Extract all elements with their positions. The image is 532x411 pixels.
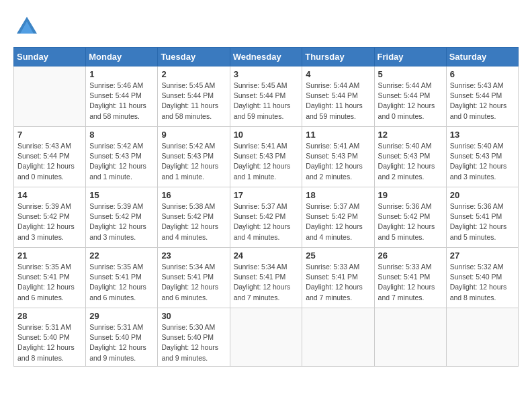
- day-info: Sunrise: 5:39 AMSunset: 5:42 PMDaylight:…: [17, 201, 82, 242]
- calendar-cell: [302, 308, 374, 367]
- day-number: 7: [17, 130, 82, 140]
- day-number: 2: [161, 69, 226, 79]
- day-info: Sunrise: 5:32 AMSunset: 5:40 PMDaylight:…: [450, 262, 515, 303]
- calendar-cell: 26Sunrise: 5:33 AMSunset: 5:41 PMDayligh…: [374, 248, 446, 308]
- day-info: Sunrise: 5:41 AMSunset: 5:43 PMDaylight:…: [306, 141, 370, 182]
- day-info: Sunrise: 5:38 AMSunset: 5:42 PMDaylight:…: [161, 201, 226, 242]
- day-number: 30: [161, 311, 226, 321]
- day-number: 12: [378, 130, 443, 140]
- calendar-cell: 11Sunrise: 5:41 AMSunset: 5:43 PMDayligh…: [302, 127, 374, 187]
- calendar-cell: 28Sunrise: 5:31 AMSunset: 5:40 PMDayligh…: [14, 308, 86, 367]
- calendar-cell: 6Sunrise: 5:43 AMSunset: 5:44 PMDaylight…: [446, 66, 518, 127]
- day-info: Sunrise: 5:45 AMSunset: 5:44 PMDaylight:…: [161, 81, 226, 122]
- day-number: 23: [161, 250, 226, 261]
- day-number: 28: [17, 311, 82, 321]
- calendar-cell: 25Sunrise: 5:33 AMSunset: 5:41 PMDayligh…: [302, 248, 374, 308]
- calendar-cell: 30Sunrise: 5:30 AMSunset: 5:40 PMDayligh…: [158, 308, 230, 367]
- column-header-sunday: Sunday: [14, 48, 86, 66]
- day-info: Sunrise: 5:37 AMSunset: 5:42 PMDaylight:…: [306, 201, 370, 242]
- calendar-cell: [230, 308, 302, 367]
- day-number: 29: [89, 311, 154, 321]
- calendar-cell: 22Sunrise: 5:35 AMSunset: 5:41 PMDayligh…: [86, 248, 158, 308]
- calendar-cell: 16Sunrise: 5:38 AMSunset: 5:42 PMDayligh…: [158, 187, 230, 248]
- calendar-cell: 23Sunrise: 5:34 AMSunset: 5:41 PMDayligh…: [158, 248, 230, 308]
- calendar-cell: 19Sunrise: 5:36 AMSunset: 5:42 PMDayligh…: [374, 187, 446, 248]
- calendar-cell: [374, 308, 446, 367]
- day-info: Sunrise: 5:40 AMSunset: 5:43 PMDaylight:…: [450, 141, 515, 182]
- calendar-week-row: 21Sunrise: 5:35 AMSunset: 5:41 PMDayligh…: [14, 248, 519, 308]
- day-info: Sunrise: 5:35 AMSunset: 5:41 PMDaylight:…: [89, 262, 154, 303]
- calendar-cell: 8Sunrise: 5:42 AMSunset: 5:43 PMDaylight…: [86, 127, 158, 187]
- day-number: 16: [161, 190, 226, 200]
- calendar-cell: 29Sunrise: 5:31 AMSunset: 5:40 PMDayligh…: [86, 308, 158, 367]
- day-info: Sunrise: 5:31 AMSunset: 5:40 PMDaylight:…: [17, 322, 82, 363]
- calendar-cell: 20Sunrise: 5:36 AMSunset: 5:41 PMDayligh…: [446, 187, 518, 248]
- day-number: 11: [306, 130, 370, 140]
- day-info: Sunrise: 5:34 AMSunset: 5:41 PMDaylight:…: [234, 262, 299, 303]
- day-number: 6: [450, 69, 515, 79]
- day-info: Sunrise: 5:36 AMSunset: 5:42 PMDaylight:…: [378, 201, 443, 242]
- day-info: Sunrise: 5:46 AMSunset: 5:44 PMDaylight:…: [89, 81, 154, 122]
- day-info: Sunrise: 5:34 AMSunset: 5:41 PMDaylight:…: [161, 262, 226, 303]
- calendar-cell: 10Sunrise: 5:41 AMSunset: 5:43 PMDayligh…: [230, 127, 302, 187]
- day-number: 3: [234, 69, 299, 79]
- day-info: Sunrise: 5:31 AMSunset: 5:40 PMDaylight:…: [89, 322, 154, 363]
- day-info: Sunrise: 5:33 AMSunset: 5:41 PMDaylight:…: [378, 262, 443, 303]
- day-info: Sunrise: 5:37 AMSunset: 5:42 PMDaylight:…: [234, 201, 299, 242]
- calendar-cell: [446, 308, 518, 367]
- calendar-cell: 21Sunrise: 5:35 AMSunset: 5:41 PMDayligh…: [14, 248, 86, 308]
- day-info: Sunrise: 5:36 AMSunset: 5:41 PMDaylight:…: [450, 201, 515, 242]
- column-header-thursday: Thursday: [302, 48, 374, 66]
- calendar-cell: 1Sunrise: 5:46 AMSunset: 5:44 PMDaylight…: [86, 66, 158, 127]
- day-number: 9: [161, 130, 226, 140]
- calendar-cell: 18Sunrise: 5:37 AMSunset: 5:42 PMDayligh…: [302, 187, 374, 248]
- column-header-tuesday: Tuesday: [158, 48, 230, 66]
- page-header: [13, 13, 519, 40]
- day-info: Sunrise: 5:30 AMSunset: 5:40 PMDaylight:…: [161, 322, 226, 363]
- day-info: Sunrise: 5:33 AMSunset: 5:41 PMDaylight:…: [306, 262, 370, 303]
- logo: [13, 13, 43, 40]
- day-number: 8: [89, 130, 154, 140]
- day-info: Sunrise: 5:44 AMSunset: 5:44 PMDaylight:…: [378, 81, 443, 122]
- day-number: 17: [234, 190, 299, 200]
- calendar-week-row: 28Sunrise: 5:31 AMSunset: 5:40 PMDayligh…: [14, 308, 519, 367]
- day-number: 20: [450, 190, 515, 200]
- calendar-cell: 17Sunrise: 5:37 AMSunset: 5:42 PMDayligh…: [230, 187, 302, 248]
- calendar-cell: 14Sunrise: 5:39 AMSunset: 5:42 PMDayligh…: [14, 187, 86, 248]
- calendar-cell: 27Sunrise: 5:32 AMSunset: 5:40 PMDayligh…: [446, 248, 518, 308]
- day-number: 25: [306, 250, 370, 261]
- calendar-cell: 9Sunrise: 5:42 AMSunset: 5:43 PMDaylight…: [158, 127, 230, 187]
- day-number: 27: [450, 250, 515, 261]
- column-header-wednesday: Wednesday: [230, 48, 302, 66]
- day-number: 4: [306, 69, 370, 79]
- calendar-cell: 4Sunrise: 5:44 AMSunset: 5:44 PMDaylight…: [302, 66, 374, 127]
- day-number: 14: [17, 190, 82, 200]
- day-number: 5: [378, 69, 443, 79]
- column-header-saturday: Saturday: [446, 48, 518, 66]
- day-number: 13: [450, 130, 515, 140]
- day-info: Sunrise: 5:43 AMSunset: 5:44 PMDaylight:…: [450, 81, 515, 122]
- day-number: 26: [378, 250, 443, 261]
- day-info: Sunrise: 5:40 AMSunset: 5:43 PMDaylight:…: [378, 141, 443, 182]
- day-info: Sunrise: 5:42 AMSunset: 5:43 PMDaylight:…: [89, 141, 154, 182]
- column-header-monday: Monday: [86, 48, 158, 66]
- day-number: 24: [234, 250, 299, 261]
- calendar-cell: 13Sunrise: 5:40 AMSunset: 5:43 PMDayligh…: [446, 127, 518, 187]
- calendar-week-row: 1Sunrise: 5:46 AMSunset: 5:44 PMDaylight…: [14, 66, 519, 127]
- calendar-body: 1Sunrise: 5:46 AMSunset: 5:44 PMDaylight…: [14, 66, 519, 367]
- day-number: 10: [234, 130, 299, 140]
- day-number: 22: [89, 250, 154, 261]
- calendar-cell: 2Sunrise: 5:45 AMSunset: 5:44 PMDaylight…: [158, 66, 230, 127]
- day-number: 19: [378, 190, 443, 200]
- column-header-friday: Friday: [374, 48, 446, 66]
- calendar-cell: 7Sunrise: 5:43 AMSunset: 5:44 PMDaylight…: [14, 127, 86, 187]
- calendar-cell: 5Sunrise: 5:44 AMSunset: 5:44 PMDaylight…: [374, 66, 446, 127]
- calendar-week-row: 14Sunrise: 5:39 AMSunset: 5:42 PMDayligh…: [14, 187, 519, 248]
- day-info: Sunrise: 5:41 AMSunset: 5:43 PMDaylight:…: [234, 141, 299, 182]
- calendar-header-row: SundayMondayTuesdayWednesdayThursdayFrid…: [14, 48, 519, 66]
- day-info: Sunrise: 5:39 AMSunset: 5:42 PMDaylight:…: [89, 201, 154, 242]
- day-info: Sunrise: 5:43 AMSunset: 5:44 PMDaylight:…: [17, 141, 82, 182]
- calendar-cell: 12Sunrise: 5:40 AMSunset: 5:43 PMDayligh…: [374, 127, 446, 187]
- calendar-cell: 15Sunrise: 5:39 AMSunset: 5:42 PMDayligh…: [86, 187, 158, 248]
- day-number: 21: [17, 250, 82, 261]
